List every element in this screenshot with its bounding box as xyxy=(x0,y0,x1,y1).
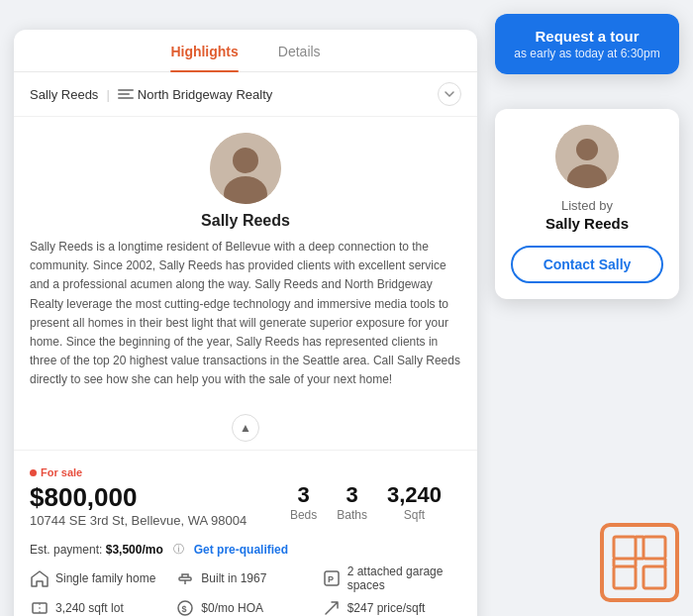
realty-logo: North Bridgeway Realty xyxy=(118,86,273,102)
property-price: $800,000 xyxy=(30,482,247,513)
agent-bar: Sally Reeds | North Bridgeway Realty xyxy=(14,72,477,117)
expand-button[interactable] xyxy=(438,82,461,106)
svg-rect-3 xyxy=(179,577,191,580)
price-sqft-icon xyxy=(322,598,342,616)
tour-btn-sub: as early as today at 6:30pm xyxy=(511,47,663,60)
main-property-card: Highlights Details Sally Reeds | North B… xyxy=(14,30,477,616)
tabs-container: Highlights Details xyxy=(14,30,477,72)
beds-stat: 3 Beds xyxy=(290,482,337,522)
feature-built-text: Built in 1967 xyxy=(201,571,266,585)
baths-stat: 3 Baths xyxy=(337,482,387,522)
tab-highlights[interactable]: Highlights xyxy=(170,44,238,71)
svg-text:$: $ xyxy=(182,604,187,614)
prequalify-link[interactable]: Get pre-qualified xyxy=(194,543,288,557)
property-address: 10744 SE 3rd St, Bellevue, WA 98004 xyxy=(30,513,247,528)
divider: | xyxy=(106,87,109,102)
svg-point-1 xyxy=(233,148,258,173)
for-sale-text: For sale xyxy=(41,466,82,478)
hoa-icon: $ xyxy=(175,598,195,616)
collapse-icon: ▲ xyxy=(232,414,259,442)
agent-profile: Sally Reeds Sally Reeds is a longtime re… xyxy=(14,117,477,406)
home-icon xyxy=(30,568,50,588)
hammer-icon xyxy=(175,568,195,588)
agent-bio: Sally Reeds is a longtime resident of Be… xyxy=(30,238,461,390)
svg-point-12 xyxy=(576,139,598,160)
svg-rect-15 xyxy=(614,537,636,559)
request-tour-button[interactable]: Request a tour as early as today at 6:30… xyxy=(495,14,679,74)
realty-icon xyxy=(118,86,134,102)
sqft-label: Sqft xyxy=(387,508,442,522)
feature-hoa-text: $0/mo HOA xyxy=(201,601,263,615)
collapse-button[interactable]: ▲ xyxy=(14,406,477,450)
baths-label: Baths xyxy=(337,508,367,522)
beds-value: 3 xyxy=(290,482,317,508)
realty-name: North Bridgeway Realty xyxy=(138,87,273,102)
price-address: $800,000 10744 SE 3rd St, Bellevue, WA 9… xyxy=(30,482,247,534)
contact-sally-button[interactable]: Contact Sally xyxy=(511,246,663,283)
lot-icon xyxy=(30,598,50,616)
tour-btn-title: Request a tour xyxy=(511,28,663,45)
beds-label: Beds xyxy=(290,508,317,522)
feature-lot: 3,240 sqft lot xyxy=(30,598,169,616)
payment-row: Est. payment: $3,500/mo ⓘ Get pre-qualif… xyxy=(30,542,461,557)
feature-garage-text: 2 attached garage spaces xyxy=(347,565,461,592)
monthly-amount: $3,500/mo xyxy=(106,543,163,557)
listed-by-label: Listed by xyxy=(511,198,663,213)
agent-avatar xyxy=(210,133,281,204)
info-icon: ⓘ xyxy=(173,542,184,557)
agent-bar-name: Sally Reeds xyxy=(30,87,98,102)
feature-lot-text: 3,240 sqft lot xyxy=(55,601,124,615)
feature-garage: P 2 attached garage spaces xyxy=(322,565,461,592)
feature-home-type: Single family home xyxy=(30,565,169,592)
features-grid: Single family home Built in 1967 P 2 att… xyxy=(30,565,461,616)
for-sale-badge: For sale xyxy=(30,466,82,478)
for-sale-dot xyxy=(30,469,37,476)
sqft-value: 3,240 xyxy=(387,482,442,508)
feature-hoa: $ $0/mo HOA xyxy=(175,598,315,616)
bottom-icon xyxy=(600,523,679,602)
agent-card-name: Sally Reeds xyxy=(511,215,663,232)
feature-price-sqft: $247 price/sqft xyxy=(322,598,461,616)
baths-value: 3 xyxy=(337,482,367,508)
tab-details[interactable]: Details xyxy=(278,44,321,71)
agent-card-avatar xyxy=(555,125,619,188)
svg-rect-17 xyxy=(614,566,636,588)
svg-rect-18 xyxy=(644,566,665,588)
property-section: For sale $800,000 10744 SE 3rd St, Belle… xyxy=(14,450,477,617)
feature-ppsf-text: $247 price/sqft xyxy=(347,601,426,615)
sqft-stat: 3,240 Sqft xyxy=(387,482,461,522)
svg-text:P: P xyxy=(328,574,334,584)
parking-icon: P xyxy=(322,568,342,588)
feature-built: Built in 1967 xyxy=(175,565,315,592)
feature-home-text: Single family home xyxy=(55,571,155,585)
agent-profile-name: Sally Reeds xyxy=(30,212,461,230)
svg-rect-16 xyxy=(644,537,665,559)
agent-card: Listed by Sally Reeds Contact Sally xyxy=(495,109,679,299)
est-payment-label: Est. payment: xyxy=(30,543,102,557)
est-payment: Est. payment: $3,500/mo xyxy=(30,543,163,557)
menu-icon xyxy=(118,86,134,102)
tour-card: Request a tour as early as today at 6:30… xyxy=(495,14,679,74)
agent-bar-left: Sally Reeds | North Bridgeway Realty xyxy=(30,86,272,102)
stats-row: 3 Beds 3 Baths 3,240 Sqft xyxy=(290,482,461,522)
